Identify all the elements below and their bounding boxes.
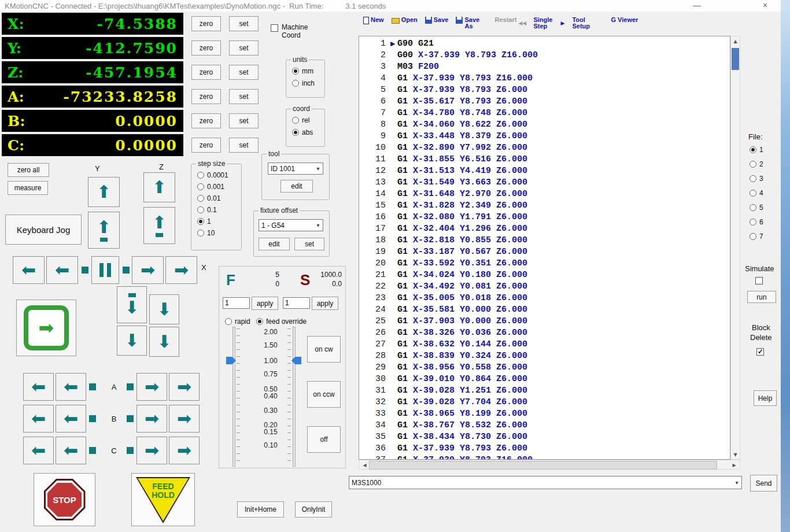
- toolbar-single-step[interactable]: Single Step▶: [533, 17, 564, 29]
- jog-c-minus-fast-button[interactable]: ⬅: [23, 437, 54, 464]
- jog-pause-button[interactable]: [91, 256, 119, 284]
- spindle-apply-button[interactable]: apply: [312, 297, 338, 310]
- jog-z-minus-step-button[interactable]: ⬇: [149, 294, 179, 324]
- jog-y-plus-step-button[interactable]: ⬆: [88, 212, 120, 249]
- editor-vertical-scrollbar[interactable]: ▲ ▼: [730, 36, 740, 460]
- zero-axis-button[interactable]: zero: [191, 89, 221, 104]
- scroll-down-icon[interactable]: ▼: [731, 450, 740, 459]
- jog-c-plus-fast-button[interactable]: ➡: [169, 437, 200, 464]
- spindle-on-cw-button[interactable]: on cw: [307, 336, 341, 363]
- set-axis-button[interactable]: set: [229, 113, 259, 128]
- jog-z-minus-button[interactable]: ⬇: [149, 327, 179, 357]
- toolbar-restart[interactable]: Restart◀◀: [494, 17, 526, 26]
- jog-y-minus-button[interactable]: ⬇: [117, 326, 147, 356]
- vertical-scroll-thumb[interactable]: [732, 48, 739, 70]
- set-axis-button[interactable]: set: [229, 40, 259, 56]
- jog-b-minus-button[interactable]: ⬅: [56, 405, 86, 433]
- file-option-6[interactable]: 6: [750, 218, 763, 226]
- set-axis-button[interactable]: set: [229, 89, 259, 104]
- fixture-offset-select[interactable]: 1 - G54 ▾: [259, 219, 323, 231]
- file-option-7[interactable]: 7: [750, 232, 763, 241]
- only-init-button[interactable]: OnlyInit: [295, 501, 332, 518]
- jog-c-plus-button[interactable]: ➡: [136, 437, 167, 464]
- file-option-4[interactable]: 4: [750, 189, 763, 197]
- zero-axis-button[interactable]: zero: [191, 16, 221, 31]
- toolbar-save[interactable]: Save: [425, 17, 449, 24]
- help-button[interactable]: Help: [754, 390, 777, 406]
- run-button[interactable]: run: [747, 291, 776, 303]
- fixture-set-button[interactable]: set: [294, 238, 324, 250]
- set-axis-button[interactable]: set: [229, 138, 259, 153]
- scroll-left-icon[interactable]: ◀: [360, 460, 369, 470]
- jog-x-minus-button[interactable]: ⬅: [46, 256, 78, 284]
- zero-axis-button[interactable]: zero: [191, 138, 221, 153]
- go-button[interactable]: ➡: [16, 300, 76, 356]
- gcode-editor[interactable]: 1▶G90 G212G00 X-37.939 Y8.793 Z16.0003M0…: [359, 36, 730, 460]
- editor-horizontal-scrollbar[interactable]: ◀ ▶: [359, 460, 740, 470]
- jog-y-plus-button[interactable]: ⬆: [88, 177, 120, 207]
- jog-a-minus-fast-button[interactable]: ⬅: [23, 373, 54, 401]
- jog-a-plus-button[interactable]: ➡: [136, 373, 167, 401]
- step-size-option-0.01[interactable]: 0.01: [197, 194, 237, 202]
- set-axis-button[interactable]: set: [229, 65, 259, 80]
- toolbar-new[interactable]: New: [363, 17, 384, 24]
- step-size-option-0.1[interactable]: 0.1: [197, 206, 237, 214]
- mdi-command-combobox[interactable]: M3S1000 ▾: [349, 476, 742, 489]
- minimize-button[interactable]: —: [689, 1, 704, 10]
- horizontal-scroll-thumb[interactable]: [369, 461, 717, 470]
- jog-b-minus-fast-button[interactable]: ⬅: [23, 405, 54, 433]
- zero-all-button[interactable]: zero all: [8, 163, 49, 177]
- jog-b-plus-button[interactable]: ➡: [136, 405, 167, 433]
- jog-x-plus-fast-button[interactable]: ➡: [165, 256, 197, 284]
- close-button[interactable]: ×: [758, 1, 773, 10]
- zero-axis-button[interactable]: zero: [191, 65, 221, 80]
- jog-a-minus-button[interactable]: ⬅: [56, 373, 86, 401]
- spindle-override-slider[interactable]: [286, 327, 301, 467]
- jog-y-minus-step-button[interactable]: ⬇: [117, 286, 147, 323]
- jog-z-plus-button[interactable]: ⬆: [143, 172, 175, 202]
- feed-override-slider[interactable]: [226, 327, 241, 467]
- fixture-edit-button[interactable]: edit: [259, 238, 290, 250]
- tool-select[interactable]: ID 1001 ▾: [268, 162, 323, 175]
- send-button[interactable]: Send: [750, 475, 777, 492]
- simulate-checkbox[interactable]: [755, 277, 763, 285]
- set-axis-button[interactable]: set: [229, 16, 259, 31]
- measure-button[interactable]: measure: [8, 181, 48, 195]
- init-home-button[interactable]: Init+Home: [237, 501, 284, 518]
- scroll-right-icon[interactable]: ▶: [730, 460, 739, 470]
- zero-axis-button[interactable]: zero: [191, 113, 221, 128]
- toolbar-g-viewer[interactable]: G Viewer: [611, 17, 638, 23]
- step-square-icon: [123, 267, 130, 274]
- stop-button[interactable]: STOP: [34, 473, 95, 526]
- file-option-2[interactable]: 2: [750, 160, 763, 168]
- machine-coord-checkbox[interactable]: Machine Coord: [271, 23, 319, 39]
- spindle-on-ccw-button[interactable]: on ccw: [307, 381, 341, 408]
- step-size-option-10[interactable]: 10: [197, 229, 237, 237]
- coord-option-abs[interactable]: abs: [292, 128, 320, 136]
- file-option-3[interactable]: 3: [750, 175, 763, 183]
- feed-hold-button[interactable]: FEED HOLD: [131, 473, 195, 526]
- keyboard-jog-button[interactable]: Keyboard Jog: [5, 215, 82, 245]
- block-delete-checkbox[interactable]: [756, 348, 764, 356]
- file-option-5[interactable]: 5: [750, 204, 763, 212]
- jog-z-plus-step-button[interactable]: ⬆: [143, 207, 175, 244]
- step-size-option-0.0001[interactable]: 0.0001: [197, 171, 237, 179]
- toolbar-tool-setup[interactable]: Tool Setup: [572, 17, 603, 29]
- jog-x-minus-fast-button[interactable]: ⬅: [13, 256, 45, 284]
- jog-c-minus-button[interactable]: ⬅: [56, 437, 86, 464]
- jog-a-plus-fast-button[interactable]: ➡: [169, 373, 200, 401]
- coord-option-rel[interactable]: rel: [292, 116, 320, 124]
- file-option-1[interactable]: 1: [750, 146, 763, 154]
- jog-b-plus-fast-button[interactable]: ➡: [169, 405, 200, 433]
- units-option-inch[interactable]: inch: [292, 79, 320, 87]
- zero-axis-button[interactable]: zero: [191, 40, 221, 56]
- tool-edit-button[interactable]: edit: [280, 180, 313, 193]
- step-size-option-1[interactable]: 1: [197, 217, 237, 226]
- spindle-off-button[interactable]: off: [307, 426, 341, 453]
- scroll-up-icon[interactable]: ▲: [731, 36, 740, 46]
- toolbar-save-as[interactable]: Save As: [456, 17, 487, 29]
- units-option-mm[interactable]: mm: [292, 67, 320, 75]
- toolbar-open[interactable]: Open: [392, 17, 418, 24]
- step-size-option-0.001[interactable]: 0.001: [197, 183, 237, 191]
- jog-x-plus-button[interactable]: ➡: [132, 256, 164, 284]
